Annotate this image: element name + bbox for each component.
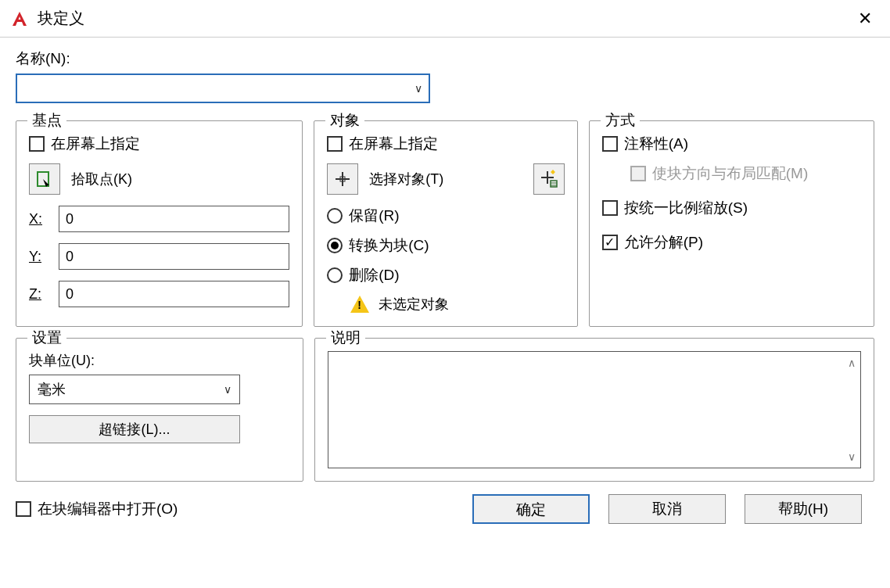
x-input[interactable] <box>59 206 289 232</box>
description-legend: 说明 <box>326 328 365 348</box>
x-label: X: <box>29 211 51 228</box>
allow-explode-label: 允许分解(P) <box>624 232 703 253</box>
chevron-down-icon[interactable]: ∨ <box>224 383 231 396</box>
description-group: 说明 ∧ ∨ <box>314 338 874 482</box>
warning-text: 未选定对象 <box>379 295 449 314</box>
cancel-button[interactable]: 取消 <box>608 494 726 524</box>
match-orientation-label: 使块方向与布局匹配(M) <box>652 163 808 184</box>
chevron-down-icon[interactable]: ∨ <box>414 82 422 95</box>
open-in-editor-label: 在块编辑器中打开(O) <box>38 499 178 519</box>
units-value: 毫米 <box>38 380 66 399</box>
uniform-scale-label: 按统一比例缩放(S) <box>624 198 748 218</box>
open-in-editor-checkbox[interactable] <box>16 501 31 517</box>
objects-group: 对象 在屏幕上指定 选择对象(T) 保留(R) 转 <box>314 120 577 327</box>
select-objects-button[interactable] <box>327 163 358 195</box>
annotative-checkbox[interactable] <box>602 136 618 152</box>
mode-legend: 方式 <box>601 110 640 131</box>
y-label: Y: <box>29 249 51 265</box>
help-button[interactable]: 帮助(H) <box>745 494 862 524</box>
quick-select-button[interactable] <box>533 163 565 195</box>
retain-radio[interactable] <box>327 208 343 224</box>
delete-label: 删除(D) <box>349 265 399 285</box>
delete-radio[interactable] <box>327 267 343 283</box>
name-combobox[interactable]: ∨ <box>16 74 430 103</box>
dialog-title: 块定义 <box>38 8 849 29</box>
z-input[interactable] <box>59 281 289 307</box>
select-objects-label: 选择对象(T) <box>369 170 443 188</box>
name-label: 名称(N): <box>16 48 874 69</box>
convert-label: 转换为块(C) <box>349 235 429 256</box>
settings-legend: 设置 <box>27 328 66 348</box>
annotative-label: 注释性(A) <box>624 134 688 154</box>
objects-specify-label: 在屏幕上指定 <box>349 134 438 154</box>
objects-legend: 对象 <box>325 110 364 131</box>
close-icon[interactable]: ✕ <box>849 9 881 29</box>
description-textarea[interactable]: ∧ ∨ <box>328 351 861 468</box>
pick-point-button[interactable] <box>29 163 60 195</box>
y-input[interactable] <box>59 243 289 270</box>
z-label: Z: <box>29 286 51 303</box>
svg-rect-6 <box>551 181 557 187</box>
match-orientation-checkbox <box>630 166 646 181</box>
convert-radio[interactable] <box>327 238 343 253</box>
scroll-down-icon[interactable]: ∨ <box>848 450 856 463</box>
units-select[interactable]: 毫米 ∨ <box>29 375 240 404</box>
app-logo-icon <box>9 9 30 29</box>
titlebar: 块定义 ✕ <box>0 0 890 38</box>
basepoint-group: 基点 在屏幕上指定 拾取点(K) X: Y: Z: <box>16 120 303 327</box>
objects-specify-checkbox[interactable] <box>327 136 343 152</box>
basepoint-legend: 基点 <box>27 110 66 131</box>
pick-point-label: 拾取点(K) <box>71 170 132 188</box>
uniform-scale-checkbox[interactable] <box>602 200 618 216</box>
name-input[interactable] <box>23 75 414 102</box>
basepoint-specify-checkbox[interactable] <box>29 136 45 152</box>
allow-explode-checkbox[interactable] <box>602 235 618 250</box>
retain-label: 保留(R) <box>349 206 399 226</box>
units-label: 块单位(U): <box>29 351 290 370</box>
settings-group: 设置 块单位(U): 毫米 ∨ 超链接(L)... <box>16 338 303 482</box>
ok-button[interactable]: 确定 <box>472 494 590 524</box>
mode-group: 方式 注释性(A) 使块方向与布局匹配(M) 按统一比例缩放(S) 允许分解(P… <box>589 120 874 327</box>
basepoint-specify-label: 在屏幕上指定 <box>51 134 140 154</box>
hyperlink-button[interactable]: 超链接(L)... <box>29 415 240 443</box>
scroll-up-icon[interactable]: ∧ <box>848 357 856 369</box>
warning-icon <box>350 296 369 313</box>
